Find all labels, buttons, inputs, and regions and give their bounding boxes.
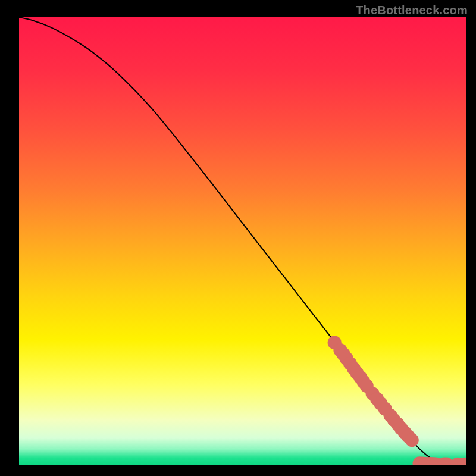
chart-svg bbox=[19, 17, 466, 465]
plot-area bbox=[19, 17, 466, 465]
watermark-text: TheBottleneck.com bbox=[356, 4, 468, 17]
scatter-layer bbox=[328, 336, 466, 465]
curve-layer bbox=[19, 17, 466, 464]
chart-frame: TheBottleneck.com bbox=[0, 0, 476, 476]
scatter-dot bbox=[405, 433, 419, 447]
curve-path bbox=[19, 17, 466, 464]
